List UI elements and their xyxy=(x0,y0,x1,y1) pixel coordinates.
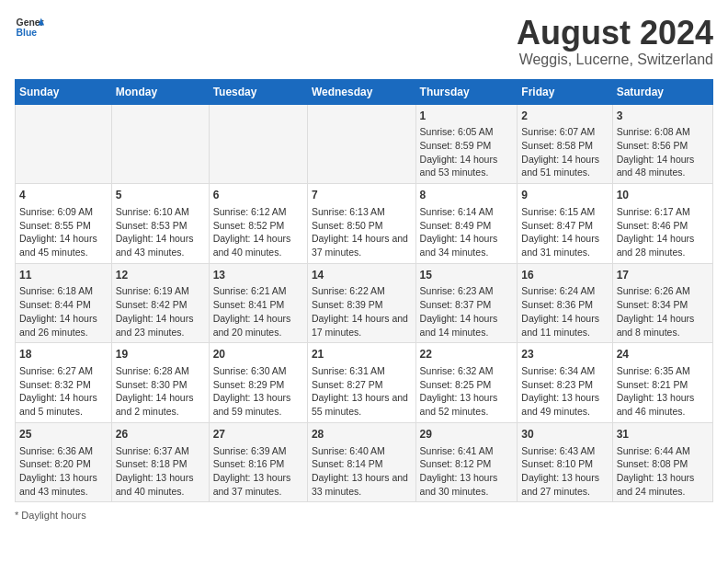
calendar-cell: 19Sunrise: 6:28 AMSunset: 8:30 PMDayligh… xyxy=(111,343,209,423)
calendar-cell: 23Sunrise: 6:34 AMSunset: 8:23 PMDayligh… xyxy=(518,343,612,423)
day-info: Daylight: 13 hours and 33 minutes. xyxy=(312,471,412,498)
day-number: 1 xyxy=(420,109,514,124)
title-block: August 2024 Weggis, Lucerne, Switzerland xyxy=(517,15,713,68)
day-info: Daylight: 13 hours and 37 minutes. xyxy=(213,471,303,498)
calendar-cell xyxy=(209,104,307,184)
calendar-header-row: SundayMondayTuesdayWednesdayThursdayFrid… xyxy=(16,79,713,104)
calendar-cell: 16Sunrise: 6:24 AMSunset: 8:36 PMDayligh… xyxy=(518,263,612,343)
calendar-table: SundayMondayTuesdayWednesdayThursdayFrid… xyxy=(15,79,713,503)
calendar-cell: 6Sunrise: 6:12 AMSunset: 8:52 PMDaylight… xyxy=(209,184,307,264)
day-info: Sunrise: 6:12 AM xyxy=(213,205,303,219)
calendar-cell: 21Sunrise: 6:31 AMSunset: 8:27 PMDayligh… xyxy=(307,343,415,423)
calendar-cell: 1Sunrise: 6:05 AMSunset: 8:59 PMDaylight… xyxy=(415,104,518,184)
day-info: Sunrise: 6:26 AM xyxy=(617,284,709,298)
calendar-cell: 10Sunrise: 6:17 AMSunset: 8:46 PMDayligh… xyxy=(612,184,712,264)
calendar-cell: 30Sunrise: 6:43 AMSunset: 8:10 PMDayligh… xyxy=(518,422,612,502)
week-row-3: 11Sunrise: 6:18 AMSunset: 8:44 PMDayligh… xyxy=(16,263,713,343)
svg-text:Blue: Blue xyxy=(17,28,38,38)
day-info: Daylight: 13 hours and 30 minutes. xyxy=(420,471,514,498)
day-number: 20 xyxy=(213,347,303,362)
calendar-cell xyxy=(111,104,209,184)
header-day-friday: Friday xyxy=(518,79,612,104)
day-info: Sunset: 8:41 PM xyxy=(213,298,303,312)
day-info: Sunrise: 6:44 AM xyxy=(617,444,709,458)
day-info: Sunrise: 6:40 AM xyxy=(312,444,412,458)
calendar-cell: 25Sunrise: 6:36 AMSunset: 8:20 PMDayligh… xyxy=(16,422,112,502)
day-number: 27 xyxy=(213,427,303,442)
day-info: Sunrise: 6:35 AM xyxy=(617,364,709,378)
day-info: Daylight: 14 hours and 34 minutes. xyxy=(420,232,514,259)
day-info: Daylight: 13 hours and 27 minutes. xyxy=(521,471,608,498)
header-day-monday: Monday xyxy=(111,79,209,104)
day-number: 24 xyxy=(617,347,709,362)
day-number: 6 xyxy=(213,188,303,203)
header-day-saturday: Saturday xyxy=(612,79,712,104)
day-number: 8 xyxy=(420,188,514,203)
day-info: Sunrise: 6:18 AM xyxy=(19,284,108,298)
day-number: 22 xyxy=(420,347,514,362)
day-info: Sunrise: 6:32 AM xyxy=(420,364,514,378)
calendar-cell: 2Sunrise: 6:07 AMSunset: 8:58 PMDaylight… xyxy=(518,104,612,184)
day-info: Daylight: 14 hours and 37 minutes. xyxy=(312,232,412,259)
day-info: Daylight: 14 hours and 11 minutes. xyxy=(521,312,608,339)
day-number: 28 xyxy=(312,427,412,442)
day-info: Sunrise: 6:37 AM xyxy=(116,444,205,458)
day-info: Daylight: 13 hours and 24 minutes. xyxy=(617,471,709,498)
day-info: Sunrise: 6:36 AM xyxy=(19,444,108,458)
week-row-4: 18Sunrise: 6:27 AMSunset: 8:32 PMDayligh… xyxy=(16,343,713,423)
calendar-cell: 28Sunrise: 6:40 AMSunset: 8:14 PMDayligh… xyxy=(307,422,415,502)
day-info: Sunrise: 6:39 AM xyxy=(213,444,303,458)
day-info: Daylight: 14 hours and 53 minutes. xyxy=(420,153,514,179)
day-info: Sunrise: 6:24 AM xyxy=(521,284,608,298)
day-info: Sunset: 8:16 PM xyxy=(213,457,303,471)
day-number: 15 xyxy=(420,268,514,283)
day-info: Sunset: 8:55 PM xyxy=(19,219,108,233)
day-number: 23 xyxy=(521,347,608,362)
day-number: 26 xyxy=(116,427,205,442)
day-number: 4 xyxy=(19,188,108,203)
day-info: Sunset: 8:30 PM xyxy=(116,378,205,392)
day-info: Daylight: 13 hours and 46 minutes. xyxy=(617,391,709,418)
day-info: Sunrise: 6:19 AM xyxy=(116,284,205,298)
day-info: Sunset: 8:27 PM xyxy=(312,378,412,392)
day-info: Daylight: 13 hours and 59 minutes. xyxy=(213,391,303,418)
day-info: Sunset: 8:14 PM xyxy=(312,457,412,471)
day-info: Sunset: 8:47 PM xyxy=(521,219,608,233)
day-info: Daylight: 14 hours and 51 minutes. xyxy=(521,153,608,179)
day-info: Daylight: 14 hours and 40 minutes. xyxy=(213,232,303,259)
calendar-cell: 7Sunrise: 6:13 AMSunset: 8:50 PMDaylight… xyxy=(307,184,415,264)
day-info: Daylight: 14 hours and 26 minutes. xyxy=(19,312,108,339)
day-number: 12 xyxy=(116,268,205,283)
calendar-cell: 24Sunrise: 6:35 AMSunset: 8:21 PMDayligh… xyxy=(612,343,712,423)
day-info: Daylight: 14 hours and 23 minutes. xyxy=(116,312,205,339)
day-info: Sunrise: 6:10 AM xyxy=(116,205,205,219)
day-number: 14 xyxy=(312,268,412,283)
day-info: Sunrise: 6:43 AM xyxy=(521,444,608,458)
day-info: Daylight: 14 hours and 20 minutes. xyxy=(213,312,303,339)
header-day-thursday: Thursday xyxy=(415,79,518,104)
day-info: Sunset: 8:52 PM xyxy=(213,219,303,233)
day-info: Sunrise: 6:14 AM xyxy=(420,205,514,219)
day-number: 11 xyxy=(19,268,108,283)
day-info: Sunrise: 6:31 AM xyxy=(312,364,412,378)
day-info: Sunset: 8:21 PM xyxy=(617,378,709,392)
day-info: Sunset: 8:44 PM xyxy=(19,298,108,312)
calendar-cell: 27Sunrise: 6:39 AMSunset: 8:16 PMDayligh… xyxy=(209,422,307,502)
logo: General Blue xyxy=(15,15,44,40)
calendar-cell: 4Sunrise: 6:09 AMSunset: 8:55 PMDaylight… xyxy=(16,184,112,264)
day-number: 3 xyxy=(617,109,709,124)
calendar-cell: 31Sunrise: 6:44 AMSunset: 8:08 PMDayligh… xyxy=(612,422,712,502)
footer-note: * Daylight hours xyxy=(15,510,713,521)
calendar-cell: 14Sunrise: 6:22 AMSunset: 8:39 PMDayligh… xyxy=(307,263,415,343)
calendar-cell: 26Sunrise: 6:37 AMSunset: 8:18 PMDayligh… xyxy=(111,422,209,502)
calendar-cell: 11Sunrise: 6:18 AMSunset: 8:44 PMDayligh… xyxy=(16,263,112,343)
day-number: 5 xyxy=(116,188,205,203)
day-info: Sunrise: 6:21 AM xyxy=(213,284,303,298)
logo-icon: General Blue xyxy=(15,15,44,40)
subtitle: Weggis, Lucerne, Switzerland xyxy=(517,52,713,68)
day-info: Sunrise: 6:34 AM xyxy=(521,364,608,378)
calendar-cell: 29Sunrise: 6:41 AMSunset: 8:12 PMDayligh… xyxy=(415,422,518,502)
day-info: Sunset: 8:36 PM xyxy=(521,298,608,312)
day-info: Daylight: 14 hours and 31 minutes. xyxy=(521,232,608,259)
day-info: Daylight: 14 hours and 5 minutes. xyxy=(19,391,108,418)
